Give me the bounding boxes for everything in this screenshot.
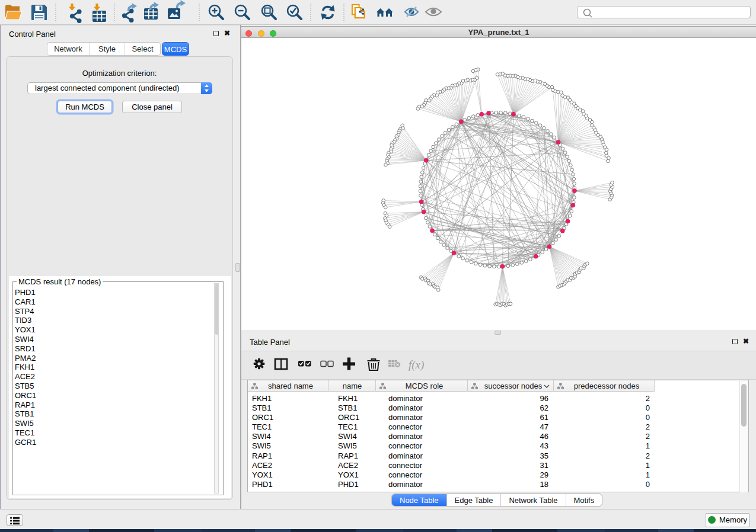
svg-text:MCDS role: MCDS role [406, 382, 444, 390]
svg-text:f(x): f(x) [409, 358, 424, 371]
svg-text:name: name [343, 382, 362, 390]
svg-text:shared name: shared name [268, 382, 313, 390]
svg-text:predecessor nodes: predecessor nodes [574, 382, 640, 390]
svg-text:successor nodes: successor nodes [484, 382, 543, 390]
